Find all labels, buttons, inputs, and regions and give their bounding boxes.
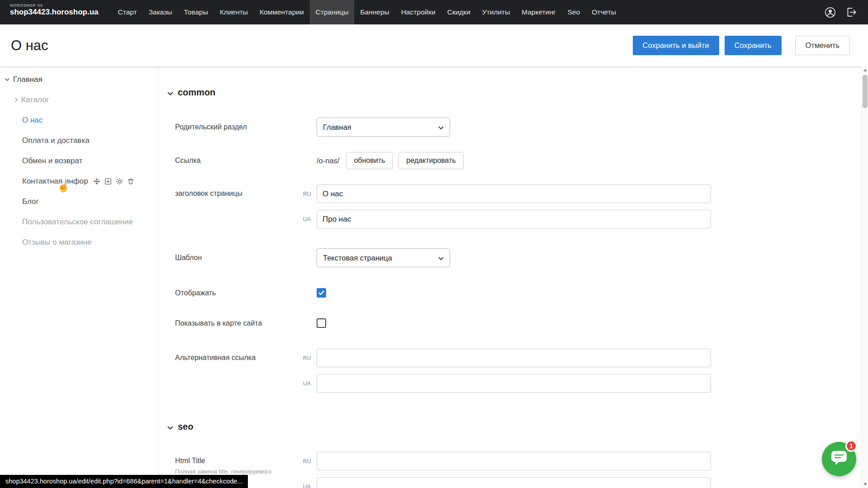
link-edit-button[interactable]: редактировать xyxy=(398,152,463,169)
alt-link-ua-input[interactable] xyxy=(317,374,711,393)
tree-item-obmen[interactable]: Обмен и возврат xyxy=(0,151,158,171)
link-label: Ссылка xyxy=(175,156,317,165)
tree-item-label: Пользовательское соглашение xyxy=(22,218,133,227)
menu-item-comments[interactable]: Комментарии xyxy=(254,0,310,24)
move-icon[interactable] xyxy=(93,178,100,185)
trash-icon[interactable] xyxy=(127,178,134,185)
link-preview-statusbar: shop34423.horoshop.ua/edit/edit.php?id=6… xyxy=(0,475,248,488)
menu-item-discounts[interactable]: Скидки xyxy=(441,0,476,24)
tree-item-blog[interactable]: Блог xyxy=(0,191,158,212)
lang-ru-tag: RU xyxy=(303,355,317,361)
chevron-down-icon xyxy=(167,422,173,432)
html-title-hint: Полная замена title, генерируемого xyxy=(175,468,303,475)
section-title: common xyxy=(178,87,215,98)
chevron-down-icon xyxy=(438,254,444,262)
scroll-up-arrow[interactable] xyxy=(862,66,868,74)
save-button[interactable]: Сохранить xyxy=(725,36,782,55)
tree-item-glavnaya[interactable]: Главная xyxy=(0,69,158,90)
tree-item-label: Отзывы о магазине xyxy=(22,238,92,247)
tree-item-label: Блог xyxy=(22,197,39,206)
menu-item-clients[interactable]: Клиенты xyxy=(214,0,254,24)
alt-link-inputs: RU UA xyxy=(303,349,711,393)
link-path-text: /o-nas/ xyxy=(317,156,339,165)
tree-item-otzyvy[interactable]: Отзывы о магазине xyxy=(0,232,158,252)
alt-link-row: Альтернативная ссылка RU UA xyxy=(175,349,868,393)
menu-item-seo[interactable]: Seo xyxy=(562,0,586,24)
tree-item-kontaktnaya[interactable]: Контактная инфор xyxy=(0,171,158,191)
tree-item-o-nas[interactable]: О нас xyxy=(0,110,158,130)
tree-item-label: Главная xyxy=(13,75,43,84)
tree-item-label: Контактная инфор xyxy=(22,177,88,186)
alt-link-label: Альтернативная ссылка xyxy=(175,349,303,362)
lang-ru-tag: RU xyxy=(303,458,317,464)
menu-item-pages[interactable]: Страницы xyxy=(310,0,355,24)
tree-item-label: Каталог xyxy=(21,95,49,104)
html-title-row: Html Title Полная замена title, генериру… xyxy=(175,452,868,488)
account-icon[interactable] xyxy=(824,6,836,19)
menu-item-orders[interactable]: Заказы xyxy=(143,0,178,24)
cancel-button[interactable]: Отменить xyxy=(795,36,850,55)
template-row: Шаблон Текстовая страница xyxy=(175,248,868,267)
html-title-label-text: Html Title xyxy=(175,457,303,465)
chevron-down-icon xyxy=(5,78,9,81)
top-menu: Старт Заказы Товары Клиенты Комментарии … xyxy=(112,0,824,24)
page-title-ua-input[interactable] xyxy=(317,210,711,228)
vertical-scrollbar[interactable] xyxy=(861,66,868,488)
menu-item-products[interactable]: Товары xyxy=(178,0,213,24)
topbar-right xyxy=(824,0,868,24)
menu-item-settings[interactable]: Настройки xyxy=(395,0,441,24)
brand-version: HOROSHOP V4 xyxy=(10,3,99,8)
parent-section-row: Родительский раздел Главная xyxy=(175,118,868,137)
sitemap-checkbox[interactable] xyxy=(317,318,326,328)
template-select[interactable]: Текстовая страница xyxy=(317,248,450,267)
page-title-ru-input[interactable] xyxy=(317,185,711,203)
tree-item-oplata[interactable]: Оплата и доставка xyxy=(0,130,158,151)
display-label: Отображать xyxy=(175,289,317,297)
header-actions: Сохранить и выйти Сохранить Отменить xyxy=(633,36,850,55)
parent-section-select[interactable]: Главная xyxy=(317,118,450,137)
tree-item-katalog[interactable]: Каталог xyxy=(0,90,158,110)
menu-item-start[interactable]: Старт xyxy=(112,0,143,24)
add-page-icon[interactable] xyxy=(104,178,112,185)
alt-link-ru-input[interactable] xyxy=(317,349,711,367)
brand-domain: shop34423.horoshop.ua xyxy=(10,8,99,17)
page-title-label: заголовок страницы xyxy=(175,185,303,198)
menu-item-reports[interactable]: Отчеты xyxy=(586,0,622,24)
html-title-ru-input[interactable] xyxy=(317,452,711,470)
lang-ru-tag: RU xyxy=(303,191,317,197)
select-value: Текстовая страница xyxy=(323,254,392,262)
link-row: Ссылка /o-nas/ обновить редактировать xyxy=(175,152,868,169)
logout-icon[interactable] xyxy=(845,6,857,18)
section-seo-header[interactable]: seo xyxy=(167,422,868,432)
parent-section-label: Родительский раздел xyxy=(175,123,317,131)
page-edit-form: common Родительский раздел Главная Ссылк… xyxy=(159,66,868,488)
menu-item-marketing[interactable]: Маркетинг xyxy=(516,0,561,24)
lang-ua-tag: UA xyxy=(303,216,317,223)
chat-bubble-icon xyxy=(830,450,848,469)
scroll-down-arrow[interactable] xyxy=(862,481,868,488)
tree-item-label: О нас xyxy=(22,116,43,125)
content: Главная Каталог О нас Оплата и доставка … xyxy=(0,66,868,488)
scrollbar-thumb[interactable] xyxy=(863,75,868,108)
display-checkbox[interactable] xyxy=(317,288,326,298)
lang-ua-tag: UA xyxy=(303,483,317,488)
link-controls: /o-nas/ обновить редактировать xyxy=(317,152,464,169)
tree-item-label: Обмен и возврат xyxy=(22,156,82,166)
settings-gear-icon[interactable] xyxy=(116,178,123,185)
sitemap-row: Показывать в карте сайта xyxy=(175,318,868,328)
tree-item-soglashenie[interactable]: Пользовательское соглашение xyxy=(0,212,158,232)
display-row: Отображать xyxy=(175,288,868,298)
link-refresh-button[interactable]: обновить xyxy=(346,152,393,169)
topbar: HOROSHOP V4 shop34423.horoshop.ua Старт … xyxy=(0,0,868,24)
save-and-exit-button[interactable]: Сохранить и выйти xyxy=(633,36,719,55)
html-title-ua-input[interactable] xyxy=(317,477,711,488)
page-title-row: заголовок страницы RU UA xyxy=(175,185,868,228)
select-value: Главная xyxy=(323,123,351,132)
menu-item-utilities[interactable]: Утилиты xyxy=(476,0,516,24)
brand[interactable]: HOROSHOP V4 shop34423.horoshop.ua xyxy=(0,0,112,24)
chevron-down-icon xyxy=(167,87,173,98)
chat-widget-button[interactable]: 1 xyxy=(822,442,856,476)
menu-item-banners[interactable]: Баннеры xyxy=(354,0,395,24)
html-title-inputs: RU UA xyxy=(303,452,711,488)
section-common-header[interactable]: common xyxy=(167,87,868,98)
